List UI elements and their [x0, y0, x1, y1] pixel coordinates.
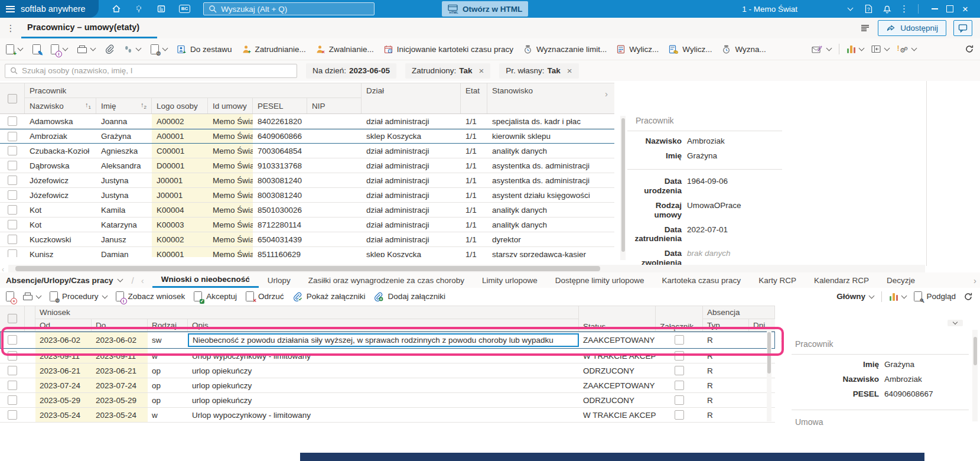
settings-alerts-button[interactable]: !⚙⚙: [897, 45, 916, 54]
tab-options-icon[interactable]: ⋮: [0, 23, 21, 34]
bc-icon[interactable]: BC: [179, 5, 191, 13]
zalacznik-checkbox[interactable]: [675, 410, 684, 420]
bottom-tab[interactable]: Dostępne limity urlopowe: [546, 272, 653, 288]
employee-row[interactable]: KotKatarzynaK00003Memo Świat8712280114dz…: [0, 217, 614, 232]
request-row[interactable]: 2023-06-212023-06-21opurlop opiekuńczyOD…: [0, 363, 775, 378]
request-row[interactable]: 2023-05-292023-05-29opurlop opiekuńczyOD…: [0, 393, 775, 408]
layout-list-icon[interactable]: [859, 23, 871, 33]
col-header-nazwisko[interactable]: Nazwisko↑1: [25, 98, 96, 113]
refresh-button[interactable]: [965, 44, 974, 54]
person-search-input[interactable]: Szukaj osoby (nazwisko, imię, I: [5, 64, 297, 78]
row-checkbox[interactable]: [8, 116, 17, 126]
zatrudnianie-button[interactable]: +Zatrudnianie...: [242, 45, 306, 54]
row-checkbox[interactable]: [8, 410, 17, 420]
row-checkbox[interactable]: [8, 146, 17, 155]
row-checkbox[interactable]: [8, 351, 17, 361]
home-icon[interactable]: [112, 4, 121, 14]
akceptuj-button[interactable]: ✓Akceptuj: [194, 291, 237, 301]
col-header-zalacznik[interactable]: Załącznik: [656, 306, 703, 331]
minimize-button[interactable]: [927, 0, 942, 18]
row-checkbox-cell[interactable]: [0, 129, 25, 143]
col-header-rodzaj[interactable]: Rodzaj: [148, 319, 188, 331]
comments-button[interactable]: [953, 20, 972, 36]
share-button[interactable]: Udostępnij: [878, 20, 946, 36]
chip-remove-icon[interactable]: ×: [567, 66, 572, 76]
row-checkbox-cell[interactable]: [0, 408, 25, 422]
zwalnianie-button[interactable]: ×Zwalnianie...: [316, 45, 374, 54]
bottom-tab[interactable]: Kartoteka czasu pracy: [653, 272, 750, 288]
col-header-id-umowy[interactable]: Id umowy: [208, 98, 253, 113]
zalacznik-checkbox[interactable]: [675, 395, 684, 405]
zalacznik-checkbox[interactable]: [675, 381, 684, 390]
row-checkbox[interactable]: [8, 132, 17, 141]
pokaz-zalaczniki-button[interactable]: Pokaż załączniki: [293, 292, 366, 301]
history-trace-button[interactable]: [124, 45, 141, 54]
delete-request-button[interactable]: ×: [6, 291, 14, 301]
bottom-tab[interactable]: Limity urlopowe: [473, 272, 546, 288]
row-checkbox[interactable]: [8, 190, 17, 200]
edit-button[interactable]: ✎: [32, 44, 41, 54]
row-checkbox-cell[interactable]: [0, 114, 25, 128]
employees-panel-scrollbar[interactable]: [620, 116, 626, 260]
row-checkbox-cell[interactable]: [0, 349, 25, 363]
employee-row[interactable]: JózefowiczJustynaJ00001Memo Świat8003081…: [0, 188, 614, 203]
bottom-tab[interactable]: Decyzje: [878, 272, 924, 288]
tabs-scroll-left-icon[interactable]: ‹: [141, 275, 144, 285]
chart-view-button[interactable]: [890, 293, 907, 301]
maximize-button[interactable]: [942, 0, 958, 18]
request-row[interactable]: 2023-06-022023-06-02swNieobecność z powo…: [0, 332, 775, 349]
col-header-pesel[interactable]: PESEL: [253, 98, 307, 113]
filter-chip[interactable]: Na dzień:2023-06-05: [306, 63, 396, 79]
document-settings-button[interactable]: ⚙: [151, 44, 167, 54]
request-row[interactable]: 2023-09-112023-09-11wUrlop wypoczynkowy …: [0, 349, 775, 363]
close-button[interactable]: ×: [958, 0, 973, 18]
tab-pracownicy-umowy[interactable]: Pracownicy – umowy(etaty): [21, 18, 157, 38]
col-header-status[interactable]: Status: [579, 306, 656, 331]
open-in-html-button[interactable]: HTML Otwórz w HTML: [442, 1, 528, 17]
more-options-icon[interactable]: ⋮: [900, 4, 909, 14]
dodaj-zalaczniki-button[interactable]: Dodaj załączniki: [374, 292, 445, 301]
opis-edit-box[interactable]: Nieobecność z powodu działania siły wyżs…: [188, 333, 579, 347]
panel-layout-button[interactable]: [871, 45, 889, 53]
sort-asc-icon[interactable]: ↑1: [85, 101, 91, 110]
row-checkbox[interactable]: [8, 176, 17, 185]
employee-row[interactable]: AmbroziakGrażynaA00001Memo Świat64090608…: [0, 129, 614, 144]
col-header-nip[interactable]: NIP: [307, 98, 362, 113]
col-header-dzial[interactable]: Dział: [362, 83, 461, 113]
bottom-tab[interactable]: Kalendarz RCP: [805, 272, 878, 288]
requests-scrollbar[interactable]: [767, 319, 771, 421]
global-search-input[interactable]: Wyszukaj (Alt + Q): [203, 2, 375, 15]
col-header-typ[interactable]: Typ: [703, 319, 749, 331]
row-checkbox-cell[interactable]: [0, 158, 25, 173]
employee-row[interactable]: Czubacka-KoziołAgnieszkaC00001Memo Świat…: [0, 144, 614, 158]
wyzna-button[interactable]: Wyzna...: [722, 45, 766, 54]
inicjowanie-kartoteki-button[interactable]: Inicjowanie kartoteki czasu pracy: [384, 45, 513, 54]
print-button[interactable]: [77, 46, 95, 53]
row-checkbox[interactable]: [8, 220, 17, 229]
new-record-button[interactable]: +: [6, 44, 22, 54]
filter-chip[interactable]: Pr. własny:Tak×: [499, 63, 578, 79]
row-checkbox[interactable]: [8, 161, 17, 170]
col-header-opis[interactable]: Opis: [188, 319, 579, 331]
info-document-button[interactable]: i: [51, 44, 67, 54]
employee-row[interactable]: KuniszDamianK00001Memo Świat8511160629sk…: [0, 247, 614, 257]
zalacznik-checkbox[interactable]: [675, 351, 684, 361]
collapse-panel-chevron-icon[interactable]: ›: [781, 334, 784, 344]
col-header-od[interactable]: Od: [35, 319, 92, 331]
chart-view-button[interactable]: [847, 45, 864, 53]
col-header-etat[interactable]: Etat: [461, 83, 487, 113]
horizontal-scrollbar[interactable]: [8, 265, 925, 272]
row-checkbox-cell[interactable]: [0, 173, 25, 187]
zalacznik-checkbox[interactable]: [675, 335, 684, 345]
row-checkbox-cell[interactable]: [0, 188, 25, 202]
select-all-cell[interactable]: [0, 306, 25, 331]
row-checkbox-cell[interactable]: [0, 363, 25, 378]
row-checkbox-cell[interactable]: [0, 203, 25, 217]
bottom-tab[interactable]: Wnioski o nieobecność: [152, 272, 259, 288]
row-checkbox[interactable]: [8, 235, 17, 244]
row-checkbox[interactable]: [8, 335, 17, 345]
bottom-tab[interactable]: Zasiłki oraz wynagrodzenie za czas choro…: [299, 272, 473, 288]
zalacznik-checkbox[interactable]: [675, 366, 684, 375]
podglad-button[interactable]: 🔍︎Podgląd: [914, 291, 956, 301]
glowny-selector[interactable]: Główny: [836, 292, 874, 301]
